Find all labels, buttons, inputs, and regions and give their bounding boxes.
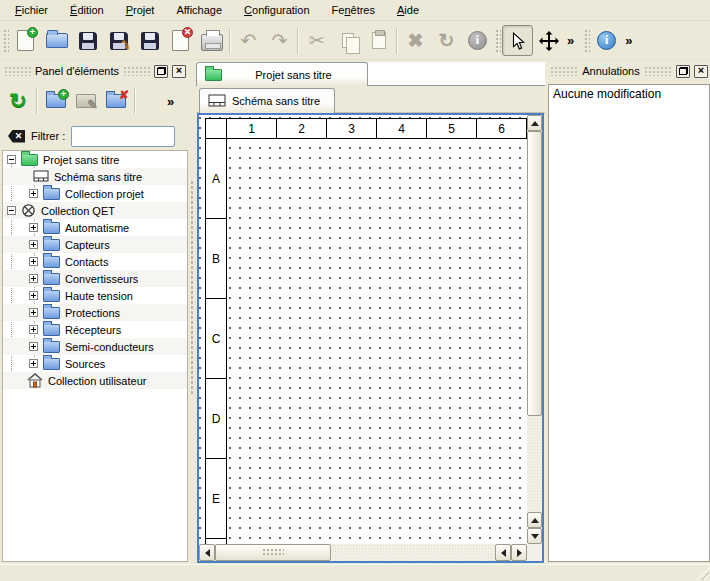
diagram-canvas[interactable]: 1 2 3 4 5 6 A B C D E [199, 115, 527, 544]
open-folder-icon [46, 33, 68, 48]
tree-item-schema-sans-titre[interactable]: Schéma sans titre [3, 168, 187, 185]
collapse-icon[interactable] [7, 155, 16, 164]
toolbar-separator [36, 88, 38, 114]
expand-icon[interactable] [29, 325, 38, 334]
tree-item-haute-tension[interactable]: Haute tension [3, 287, 187, 304]
undo-panel-title: Annulations [582, 65, 640, 77]
menu-affichage[interactable]: Affichage [165, 2, 233, 18]
toolbar-drag-handle[interactable] [583, 28, 590, 54]
vertical-scrollbar[interactable] [527, 115, 542, 544]
collapse-icon[interactable] [7, 206, 16, 215]
tree-item-sources[interactable]: Sources [3, 355, 187, 372]
menu-configuration[interactable]: Configuration [233, 2, 320, 18]
tree-item-recepteurs[interactable]: Récepteurs [3, 321, 187, 338]
redo-button[interactable]: ↷ [264, 25, 295, 56]
tree-item-convertisseurs[interactable]: Convertisseurs [3, 270, 187, 287]
toolbar-overflow-chevron[interactable]: » [564, 33, 577, 48]
blue-folder-icon [43, 341, 60, 353]
status-bar [0, 564, 710, 581]
filter-row: ✕ Filtrer : [2, 122, 188, 150]
close-panel-button[interactable]: × [694, 65, 708, 78]
delete-category-button[interactable]: ✘ [102, 86, 130, 116]
rotate-icon: ↻ [439, 31, 455, 50]
tab-schema-sans-titre[interactable]: Schéma sans titre [199, 88, 335, 113]
expand-icon[interactable] [29, 274, 38, 283]
new-category-button[interactable]: + [42, 86, 70, 116]
menu-fichier[interactable]: Fichier [4, 2, 59, 18]
about-qet-button[interactable]: i [591, 25, 622, 56]
tree-item-collection-qet[interactable]: Collection QET [3, 202, 187, 219]
copy-button[interactable] [332, 25, 363, 56]
toolbar-drag-handle[interactable] [2, 28, 9, 54]
tab-projet-sans-titre[interactable]: Projet sans titre [196, 62, 368, 86]
edit-information-button[interactable]: i [462, 25, 493, 56]
scroll-left-button[interactable] [199, 544, 215, 561]
selection-mode-button[interactable] [502, 25, 533, 56]
undo-panel-titlebar[interactable]: Annulations × [548, 62, 710, 80]
cut-icon: ✂ [309, 31, 325, 50]
resize-grip[interactable] [696, 567, 709, 580]
close-panel-button[interactable]: × [172, 65, 186, 78]
scroll-right-button[interactable] [511, 544, 527, 561]
redo-icon: ↷ [272, 31, 288, 50]
open-project-button[interactable] [41, 25, 72, 56]
undo-button[interactable]: ↶ [233, 25, 264, 56]
float-panel-button[interactable] [676, 65, 690, 78]
tree-item-collection-projet[interactable]: Collection projet [3, 185, 187, 202]
expand-icon[interactable] [29, 257, 38, 266]
scroll-left-button-2[interactable] [495, 544, 511, 561]
tree-item-protections[interactable]: Protections [3, 304, 187, 321]
rotate-button[interactable]: ↻ [431, 25, 462, 56]
tree-item-semi-conducteurs[interactable]: Semi-conducteurs [3, 338, 187, 355]
new-document-icon: + [17, 30, 34, 51]
undo-icon: ↶ [241, 31, 257, 50]
menu-edition[interactable]: Édition [59, 2, 115, 18]
menu-fenetres[interactable]: Fenêtres [321, 2, 386, 18]
scroll-down-button[interactable] [527, 528, 542, 544]
filter-input[interactable] [71, 126, 175, 147]
cut-button[interactable]: ✂ [301, 25, 332, 56]
vertical-scrollbar-thumb[interactable] [527, 131, 542, 416]
elements-panel-titlebar[interactable]: Panel d'éléments × [2, 62, 188, 80]
save-all-button[interactable] [134, 25, 165, 56]
grid-row-header: D [205, 378, 227, 459]
tree-item-collection-utilisateur[interactable]: Collection utilisateur [3, 372, 187, 389]
undo-history-list[interactable]: Aucune modification [548, 84, 710, 562]
edit-category-button[interactable]: ✎ [72, 86, 100, 116]
delete-button[interactable]: ✖ [400, 25, 431, 56]
toolbar-overflow-chevron[interactable]: » [622, 33, 635, 48]
float-panel-button[interactable] [154, 65, 168, 78]
expand-icon[interactable] [29, 308, 38, 317]
cursor-arrow-icon [509, 32, 527, 50]
horizontal-scrollbar-thumb[interactable] [215, 544, 331, 561]
move-cross-icon [539, 31, 559, 51]
expand-icon[interactable] [29, 342, 38, 351]
print-button[interactable] [196, 25, 227, 56]
toolbar-drag-handle[interactable] [494, 28, 501, 54]
expand-icon[interactable] [29, 240, 38, 249]
expand-icon[interactable] [29, 291, 38, 300]
tree-item-capteurs[interactable]: Capteurs [3, 236, 187, 253]
pan-mode-button[interactable] [533, 25, 564, 56]
tree-item-projet-sans-titre[interactable]: Projet sans titre [3, 151, 187, 168]
close-file-button[interactable]: ✕ [165, 25, 196, 56]
reload-collections-button[interactable]: ↻ [4, 86, 32, 116]
expand-icon[interactable] [29, 223, 38, 232]
clear-filter-icon[interactable]: ✕ [8, 130, 25, 143]
expand-icon[interactable] [29, 359, 38, 368]
scroll-up-button-2[interactable] [527, 512, 542, 528]
tree-item-automatisme[interactable]: Automatisme [3, 219, 187, 236]
menu-aide[interactable]: Aide [386, 2, 430, 18]
panel-overflow-chevron[interactable]: » [164, 94, 177, 109]
new-document-button[interactable]: + [10, 25, 41, 56]
paste-button[interactable] [363, 25, 394, 56]
horizontal-scrollbar[interactable] [199, 544, 527, 561]
scroll-up-button[interactable] [527, 115, 542, 131]
tree-item-contacts[interactable]: Contacts [3, 253, 187, 270]
undo-list-item[interactable]: Aucune modification [553, 87, 705, 101]
save-as-button[interactable]: ✎ [103, 25, 134, 56]
expand-icon[interactable] [29, 189, 38, 198]
save-button[interactable] [72, 25, 103, 56]
menu-projet[interactable]: Projet [115, 2, 166, 18]
left-splitter[interactable] [189, 62, 196, 562]
